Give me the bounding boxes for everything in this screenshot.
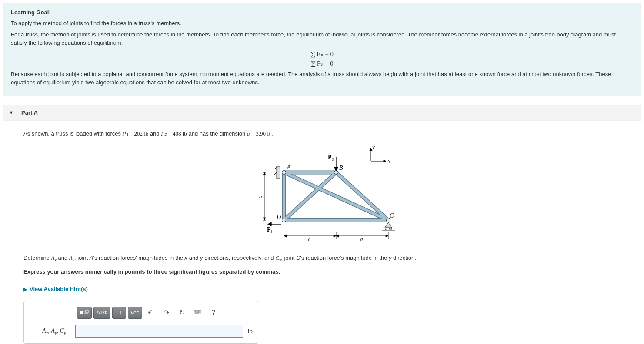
and-1: and — [148, 130, 161, 137]
given-values: As shown, a truss is loaded with forces … — [23, 129, 627, 138]
joint-b-label: B — [339, 165, 343, 171]
dim-a-vert: a — [259, 193, 262, 200]
vec-button[interactable]: vec — [128, 307, 142, 319]
reset-button[interactable]: ↻ — [175, 307, 189, 319]
learning-goal-body1: For a truss, the method of joints is use… — [11, 30, 633, 47]
dim-a-h1: a — [308, 236, 311, 242]
svg-marker-40 — [334, 235, 336, 237]
a-value: = 3.90 ft . — [250, 130, 273, 137]
svg-marker-3 — [384, 160, 386, 162]
svg-marker-32 — [268, 222, 271, 226]
p1-value: = 202 lb — [128, 130, 149, 137]
p2-symbol: P₂ — [161, 130, 167, 137]
answer-box: x ΑΣΦ ↓↑ vec ↶ ↷ ↻ ⌨ ? Ax, Ay, Cy = lb — [23, 301, 258, 344]
svg-marker-44 — [386, 235, 388, 237]
learning-goal-panel: Learning Goal: To apply the method of jo… — [3, 3, 641, 96]
determine-text: Determine Ax and Ay, joint A's reaction … — [23, 254, 627, 263]
subscript-button[interactable]: ↓↑ — [112, 307, 126, 319]
unit-label: lb — [247, 327, 253, 335]
part-a-body: As shown, a truss is loaded with forces … — [0, 121, 644, 344]
svg-line-6 — [274, 170, 277, 172]
axis-y-label: y — [371, 144, 375, 150]
given-pre: As shown, a truss is loaded with forces — [23, 130, 123, 137]
truss-figure: y x — [23, 144, 627, 245]
answer-input[interactable] — [75, 325, 243, 338]
equation-fy: ∑ Fᵧ = 0 — [11, 60, 633, 67]
svg-line-18 — [284, 172, 336, 220]
svg-marker-45 — [336, 235, 339, 237]
svg-point-21 — [282, 171, 286, 175]
templates-button[interactable]: x — [77, 307, 92, 319]
help-button[interactable]: ? — [207, 307, 220, 319]
svg-rect-49 — [86, 310, 88, 313]
hints-label: View Available Hint(s) — [30, 286, 88, 292]
joint-a-label: A — [287, 164, 291, 170]
axis-x-label: x — [387, 158, 390, 164]
view-hints-link[interactable]: ▶View Available Hint(s) — [23, 286, 88, 292]
svg-line-7 — [274, 172, 277, 175]
part-a-header[interactable]: ▼ Part A — [3, 105, 641, 121]
svg-point-23 — [282, 218, 286, 222]
joint-c-label: C — [390, 212, 394, 219]
svg-marker-30 — [334, 167, 338, 171]
svg-marker-39 — [284, 235, 287, 237]
templates-icon: x — [80, 309, 89, 316]
p2-value: = 408 lb — [167, 130, 187, 137]
svg-point-27 — [389, 228, 391, 230]
caret-right-icon: ▶ — [23, 287, 27, 292]
given-post: and has the dimension — [187, 130, 247, 137]
svg-line-8 — [274, 175, 277, 178]
svg-rect-4 — [277, 166, 280, 179]
equation-fx: ∑ Fₓ = 0 — [11, 50, 633, 58]
p1-label: P1 — [267, 226, 273, 234]
redo-button[interactable]: ↷ — [160, 307, 174, 319]
p1-symbol: P₁ — [123, 130, 128, 137]
express-instruction: Express your answers numerically in poun… — [23, 268, 627, 276]
learning-goal-body2: Because each joint is subjected to a cop… — [11, 70, 633, 87]
svg-line-20 — [336, 172, 388, 220]
svg-marker-35 — [263, 218, 266, 220]
part-a-title: Part A — [21, 109, 38, 116]
svg-rect-47 — [80, 311, 83, 314]
learning-goal-intro: To apply the method of joints to find th… — [11, 19, 633, 28]
dim-a-h2: a — [360, 236, 363, 242]
learning-goal-heading: Learning Goal: — [11, 9, 633, 16]
keyboard-button[interactable]: ⌨ — [191, 307, 205, 319]
p2-label: P2 — [328, 154, 334, 162]
answer-variable-label: Ax, Ay, Cy = — [29, 327, 71, 335]
svg-marker-34 — [263, 172, 266, 175]
svg-point-26 — [385, 228, 387, 230]
caret-down-icon: ▼ — [8, 110, 14, 115]
undo-button[interactable]: ↶ — [144, 307, 158, 319]
equation-toolbar: x ΑΣΦ ↓↑ vec ↶ ↷ ↻ ⌨ ? — [77, 307, 253, 319]
svg-marker-25 — [385, 222, 392, 228]
greek-button[interactable]: ΑΣΦ — [93, 307, 110, 319]
svg-line-19 — [284, 172, 388, 220]
svg-line-5 — [274, 167, 277, 170]
joint-d-label: D — [276, 214, 281, 221]
